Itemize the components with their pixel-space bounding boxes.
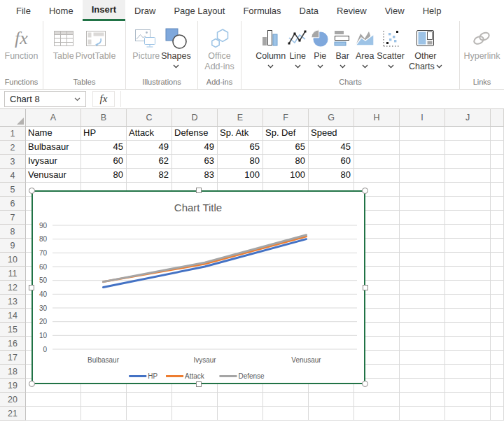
cell-H21[interactable] [354, 407, 400, 421]
cell-I3[interactable] [400, 155, 445, 169]
cell-I13[interactable] [400, 295, 445, 309]
cell-J19[interactable] [445, 379, 491, 393]
cell-J13[interactable] [445, 295, 491, 309]
cell-D4[interactable]: 83 [172, 169, 218, 183]
row-header-14[interactable]: 14 [0, 309, 26, 323]
row-header-9[interactable]: 9 [0, 239, 26, 253]
row-header-3[interactable]: 3 [0, 155, 26, 169]
cell-G2[interactable]: 45 [309, 141, 354, 155]
scatter-chart-button[interactable]: Scatter [377, 24, 405, 69]
cell-J14[interactable] [445, 309, 491, 323]
office-add-ins-button[interactable]: Office Add-ins [200, 24, 239, 72]
cell-F20[interactable] [263, 393, 309, 407]
cell-A1[interactable]: Name [26, 127, 81, 141]
column-header-B[interactable]: B [81, 109, 127, 127]
hyperlink-button[interactable]: Hyperlink [463, 24, 500, 62]
row-header-2[interactable]: 2 [0, 141, 26, 155]
pivottable-button[interactable]: PivotTable [76, 24, 116, 62]
cell-E2[interactable]: 65 [218, 141, 263, 155]
cell-J5[interactable] [445, 183, 491, 197]
cell-D21[interactable] [172, 407, 218, 421]
cell-C21[interactable] [127, 407, 172, 421]
chart-resize-handle-w[interactable] [29, 285, 34, 290]
cell-J17[interactable] [445, 351, 491, 365]
cell-E3[interactable]: 80 [218, 155, 263, 169]
cell-I4[interactable] [400, 169, 445, 183]
cell-H3[interactable] [354, 155, 400, 169]
cell-B21[interactable] [81, 407, 127, 421]
cell-J1[interactable] [445, 127, 491, 141]
cell-I1[interactable] [400, 127, 445, 141]
row-header-19[interactable]: 19 [0, 379, 26, 393]
cell-F2[interactable]: 65 [263, 141, 309, 155]
row-header-21[interactable]: 21 [0, 407, 26, 421]
cell-J6[interactable] [445, 197, 491, 211]
tab-review[interactable]: Review [328, 0, 376, 21]
column-header-F[interactable]: F [263, 109, 309, 127]
column-header-H[interactable]: H [354, 109, 400, 127]
cell-I11[interactable] [400, 267, 445, 281]
cell-F3[interactable]: 80 [263, 155, 309, 169]
cell-G1[interactable]: Speed [309, 127, 354, 141]
cell-F4[interactable]: 100 [263, 169, 309, 183]
cell-J21[interactable] [445, 407, 491, 421]
cell-F1[interactable]: Sp. Def [263, 127, 309, 141]
cell-I16[interactable] [400, 337, 445, 351]
row-header-1[interactable]: 1 [0, 127, 26, 141]
cell-J10[interactable] [445, 253, 491, 267]
table-button[interactable]: Table [53, 24, 74, 62]
cell-B4[interactable]: 80 [81, 169, 127, 183]
column-chart-button[interactable]: Column [255, 24, 286, 69]
cell-G21[interactable] [309, 407, 354, 421]
cell-H4[interactable] [354, 169, 400, 183]
cell-B2[interactable]: 45 [81, 141, 127, 155]
cell-I12[interactable] [400, 281, 445, 295]
row-header-6[interactable]: 6 [0, 197, 26, 211]
row-header-17[interactable]: 17 [0, 351, 26, 365]
cell-I21[interactable] [400, 407, 445, 421]
chart-resize-handle-nw[interactable] [29, 188, 35, 194]
cell-C3[interactable]: 62 [127, 155, 172, 169]
cell-A2[interactable]: Bulbasaur [26, 141, 81, 155]
cell-B3[interactable]: 60 [81, 155, 127, 169]
line-chart-button[interactable]: Line [287, 24, 308, 69]
column-header-J[interactable]: J [445, 109, 491, 127]
cell-I9[interactable] [400, 239, 445, 253]
cell-D1[interactable]: Defense [172, 127, 218, 141]
cell-E20[interactable] [218, 393, 263, 407]
cell-E1[interactable]: Sp. Atk [218, 127, 263, 141]
column-header-E[interactable]: E [218, 109, 263, 127]
column-header-D[interactable]: D [172, 109, 218, 127]
row-header-15[interactable]: 15 [0, 323, 26, 337]
chart-resize-handle-e[interactable] [363, 285, 368, 290]
row-header-12[interactable]: 12 [0, 281, 26, 295]
cell-H1[interactable] [354, 127, 400, 141]
cell-I15[interactable] [400, 323, 445, 337]
cell-I19[interactable] [400, 379, 445, 393]
row-header-5[interactable]: 5 [0, 183, 26, 197]
cell-J7[interactable] [445, 211, 491, 225]
cell-J15[interactable] [445, 323, 491, 337]
cell-I5[interactable] [400, 183, 445, 197]
cell-I10[interactable] [400, 253, 445, 267]
cell-I8[interactable] [400, 225, 445, 239]
cell-B20[interactable] [81, 393, 127, 407]
cell-C2[interactable]: 49 [127, 141, 172, 155]
embedded-chart-object[interactable]: 0102030405060708090BulbasaurIvysaurVenus… [31, 190, 365, 384]
cell-A4[interactable]: Venusaur [26, 169, 81, 183]
cell-D20[interactable] [172, 393, 218, 407]
cell-C1[interactable]: Attack [127, 127, 172, 141]
chart-resize-handle-ne[interactable] [362, 188, 368, 194]
tab-file[interactable]: File [7, 0, 40, 21]
tab-page-layout[interactable]: Page Layout [164, 0, 234, 21]
bar-chart-button[interactable]: Bar [332, 24, 353, 69]
row-header-7[interactable]: 7 [0, 211, 26, 225]
cell-G4[interactable]: 80 [309, 169, 354, 183]
chart-resize-handle-sw[interactable] [29, 381, 35, 387]
tab-home[interactable]: Home [40, 0, 83, 21]
cell-I17[interactable] [400, 351, 445, 365]
function-button[interactable]: fx Function [5, 24, 38, 62]
cell-A20[interactable] [26, 393, 81, 407]
cell-I6[interactable] [400, 197, 445, 211]
row-header-10[interactable]: 10 [0, 253, 26, 267]
